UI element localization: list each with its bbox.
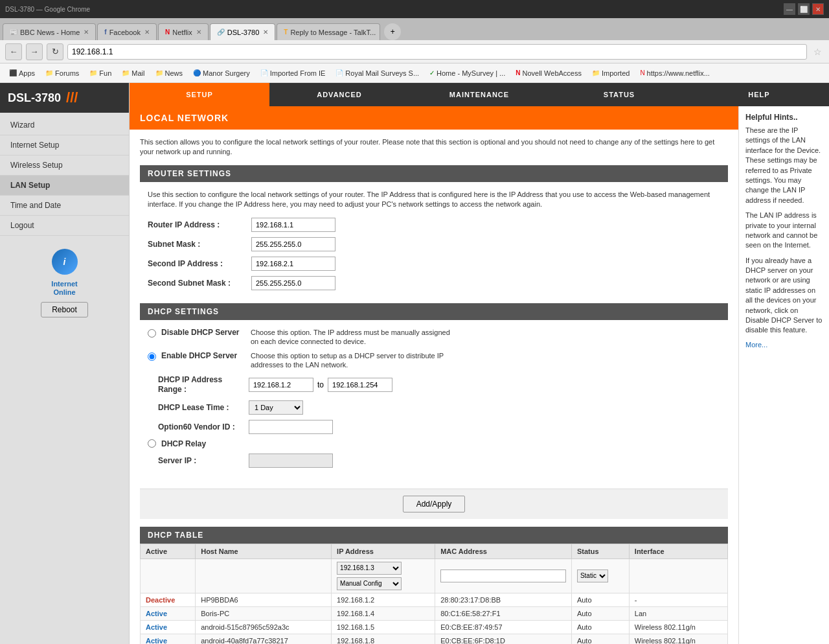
bookmark-apps[interactable]: ⬛ Apps	[5, 68, 39, 78]
new-entry-mac-input[interactable]	[440, 569, 566, 582]
dhcp-lease-select[interactable]: 1 Day 12 Hours 1 Hour 30 Minutes	[249, 400, 303, 415]
new-entry-mac	[435, 558, 572, 593]
back-button[interactable]: ←	[5, 43, 22, 60]
close-button[interactable]: ✕	[812, 3, 824, 15]
help-title: Helpful Hints..	[745, 113, 823, 122]
dhcp-lease-label: DHCP Lease Time :	[158, 403, 249, 412]
bookmark-news[interactable]: 📁 News	[152, 68, 187, 78]
sidebar-item-internet-setup[interactable]: Internet Setup	[0, 135, 129, 155]
minimize-button[interactable]: —	[784, 3, 795, 15]
tab-netflix[interactable]: N Netflix ✕	[158, 23, 209, 40]
tab-facebook[interactable]: f Facebook ✕	[97, 23, 157, 40]
router-top-nav: SETUP ADVANCED MAINTENANCE STATUS HELP	[130, 83, 829, 106]
sidebar-item-time-date[interactable]: Time and Date	[0, 196, 129, 216]
bookmark-mail[interactable]: 📁 Mail	[118, 68, 148, 78]
row-mac-0: 28:80:23:17:D8:BB	[435, 593, 572, 606]
new-entry-active	[141, 558, 196, 593]
help-para-2: The LAN IP address is private to your in…	[745, 211, 823, 251]
router-nav-setup[interactable]: SETUP	[130, 83, 269, 106]
bookmark-homesurvey-icon: ✓	[429, 69, 435, 76]
table-row: Active android-515c87965c592a3c 192.168.…	[141, 620, 728, 634]
col-interface: Interface	[629, 544, 727, 558]
help-para-3: If you already have a DHCP server on you…	[745, 256, 823, 336]
forward-button[interactable]: →	[26, 43, 43, 60]
bookmark-novell-icon: N	[516, 69, 520, 76]
bookmark-fun[interactable]: 📁 Fun	[85, 68, 115, 78]
dhcp-range-label: DHCP IP AddressRange :	[158, 375, 249, 395]
apply-button[interactable]: Add/Apply	[403, 496, 466, 512]
tab-facebook-close[interactable]: ✕	[144, 29, 150, 36]
help-more-link[interactable]: More...	[745, 341, 767, 349]
row-interface-0: -	[629, 593, 727, 606]
bookmark-manor[interactable]: 🔵 Manor Surgery	[189, 68, 254, 78]
sidebar-item-wizard[interactable]: Wizard	[0, 115, 129, 135]
tab-netflix-label: Netflix	[172, 29, 192, 36]
nav-bar: ← → ↻ ☆	[0, 40, 829, 63]
router-nav-advanced[interactable]: ADVANCED	[269, 83, 409, 106]
row-mac-2: E0:CB:EE:87:49:57	[435, 620, 572, 634]
table-row: Active android-40a8fd7a77c38217 192.168.…	[141, 634, 728, 644]
new-entry-config-select[interactable]: Manual Config Auto	[337, 577, 402, 590]
dhcp-range-to-input[interactable]	[328, 378, 392, 392]
internet-label-line1: Internet	[51, 280, 77, 288]
disable-dhcp-radio[interactable]	[148, 329, 156, 338]
enable-dhcp-radio[interactable]	[148, 352, 156, 361]
dhcp-relay-radio[interactable]	[148, 439, 156, 448]
row-mac-3: E0:CB:EE:6F:D8:1D	[435, 634, 572, 644]
reboot-button[interactable]: Reboot	[41, 302, 88, 317]
subnet-mask-input[interactable]	[251, 237, 335, 251]
router-settings-header: ROUTER SETTINGS	[140, 165, 728, 182]
dhcp-relay-label: DHCP Relay	[161, 439, 206, 448]
row-status-0: Auto	[571, 593, 629, 606]
tab-bbc-favicon: 📰	[10, 29, 17, 36]
bookmark-netflix[interactable]: N https://www.netflix...	[636, 68, 713, 78]
tab-bbc[interactable]: 📰 BBC News - Home ✕	[3, 23, 96, 40]
sidebar-item-lan-setup[interactable]: LAN Setup	[0, 176, 129, 196]
tab-netflix-close[interactable]: ✕	[196, 29, 201, 36]
new-entry-ip-select[interactable]: 192.168.1.3	[337, 562, 402, 575]
dhcp-range-from-input[interactable]	[249, 378, 313, 392]
router-nav-help[interactable]: HELP	[689, 83, 829, 106]
bookmark-royalmail[interactable]: 📄 Royal Mail Surveys S...	[332, 68, 423, 78]
bookmark-novell[interactable]: N Novell WebAccess	[512, 68, 585, 78]
second-ip-row: Second IP Address :	[148, 257, 720, 271]
col-status: Status	[571, 544, 629, 558]
tab-dsl-close[interactable]: ✕	[263, 29, 268, 36]
tab-talktalk-close[interactable]: ✕	[380, 29, 380, 36]
bookmark-importedie[interactable]: 📄 Imported From IE	[256, 68, 330, 78]
sidebar-item-wireless-setup[interactable]: Wireless Setup	[0, 155, 129, 176]
new-entry-status-select[interactable]: Static Auto	[577, 569, 608, 582]
disable-dhcp-row: Disable DHCP Server Choose this option. …	[148, 328, 720, 347]
row-interface-2: Wireless 802.11g/n	[629, 620, 727, 634]
col-active: Active	[141, 544, 196, 558]
col-mac: MAC Address	[435, 544, 572, 558]
router-nav-maintenance[interactable]: MAINTENANCE	[409, 83, 549, 106]
tab-dsl3780[interactable]: 🔗 DSL-3780 ✕	[210, 23, 276, 40]
tab-talktalk-label: Reply to Message - TalkT...	[290, 29, 376, 36]
option60-input[interactable]	[249, 420, 333, 434]
second-subnet-row: Second Subnet Mask :	[148, 276, 720, 290]
reload-button[interactable]: ↻	[47, 43, 63, 60]
sidebar-item-logout[interactable]: Logout	[0, 216, 129, 236]
new-tab-button[interactable]: +	[384, 23, 401, 40]
logo-slashes: ///	[66, 89, 78, 106]
bookmark-star[interactable]: ☆	[811, 45, 824, 58]
router-ip-input[interactable]	[251, 218, 335, 232]
second-ip-input[interactable]	[251, 257, 335, 271]
router-nav-status[interactable]: STATUS	[549, 83, 689, 106]
bookmark-homesurvey[interactable]: ✓ Home - MySurvey | ...	[426, 68, 509, 78]
tab-bbc-close[interactable]: ✕	[84, 29, 89, 36]
second-subnet-label: Second Subnet Mask :	[148, 279, 251, 288]
maximize-button[interactable]: ⬜	[798, 3, 810, 15]
tab-facebook-label: Facebook	[109, 29, 141, 36]
bookmarks-bar: ⬛ Apps 📁 Forums 📁 Fun 📁 Mail 📁 News 🔵 Ma…	[0, 63, 829, 83]
tab-talktalk[interactable]: T Reply to Message - TalkT... ✕	[277, 23, 380, 40]
bookmark-forums[interactable]: 📁 Forums	[41, 68, 83, 78]
second-subnet-input[interactable]	[251, 276, 335, 290]
new-entry-status: Static Auto	[571, 558, 629, 593]
bookmark-novell-label: Novell WebAccess	[522, 69, 582, 77]
address-bar[interactable]	[67, 44, 807, 60]
bookmark-imported[interactable]: 📁 Imported	[588, 68, 633, 78]
server-ip-input[interactable]	[249, 454, 333, 468]
content-area: LOCAL NETWORK This section allows you to…	[130, 106, 829, 644]
